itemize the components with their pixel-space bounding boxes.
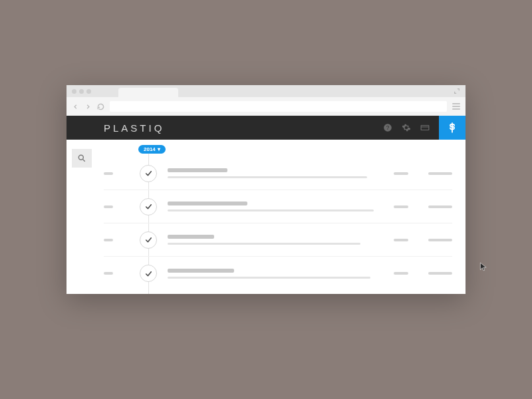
fullscreen-icon[interactable] [454,88,460,94]
window-controls[interactable] [72,89,91,94]
row-title-placeholder [168,235,214,239]
date-placeholder [104,172,113,175]
row-meta [394,239,452,241]
browser-window: PLASTIQ ? 2014 ▾ [66,85,466,294]
year-label: 2014 [144,146,156,152]
transaction-row[interactable] [104,257,452,290]
content-area: 2014 ▾ [66,140,466,294]
row-subtitle-placeholder [168,209,374,211]
row-amount-placeholder [394,172,408,175]
row-subtitle-placeholder [168,243,360,245]
address-bar[interactable] [110,101,447,112]
transaction-list [104,157,452,290]
row-meta [394,272,452,275]
row-subtitle-placeholder [168,277,370,279]
row-amount-placeholder [394,272,408,275]
cursor-icon [479,261,488,273]
svg-line-5 [83,160,85,162]
help-icon[interactable]: ? [383,123,392,132]
maximize-window-icon[interactable] [86,89,91,94]
row-body [168,201,394,211]
row-body [168,235,394,245]
date-placeholder [104,272,113,275]
date-placeholder [104,205,113,208]
row-amount-placeholder [394,239,408,241]
reload-icon[interactable] [97,103,104,110]
svg-text:?: ? [386,125,390,131]
pay-button[interactable] [439,116,466,140]
svg-rect-2 [421,126,429,130]
browser-menu-icon[interactable] [452,103,460,110]
row-meta [394,172,452,175]
browser-toolbar [66,97,466,116]
dollar-icon [446,122,458,134]
row-amount-placeholder [394,205,408,208]
browser-tab-strip [66,85,466,97]
forward-icon[interactable] [84,103,92,110]
status-check-icon [140,265,157,282]
app-header: PLASTIQ ? [66,116,466,140]
date-placeholder [104,239,113,241]
gear-icon[interactable] [402,123,411,132]
transaction-row[interactable] [104,223,452,257]
row-title-placeholder [168,168,227,172]
transaction-row[interactable] [104,190,452,223]
row-title-placeholder [168,269,234,273]
chevron-down-icon: ▾ [158,146,160,152]
row-body [168,269,394,279]
year-badge[interactable]: 2014 ▾ [138,145,166,154]
status-check-icon [140,165,157,182]
transaction-row[interactable] [104,157,452,190]
row-action-placeholder [428,272,452,275]
close-window-icon[interactable] [72,89,76,94]
card-icon[interactable] [420,123,430,132]
row-title-placeholder [168,201,247,205]
row-meta [394,205,452,208]
row-action-placeholder [428,172,452,175]
minimize-window-icon[interactable] [79,89,84,94]
browser-tab[interactable] [118,88,178,97]
search-icon [77,154,86,163]
status-check-icon [140,231,157,249]
brand-logo[interactable]: PLASTIQ [104,122,164,134]
status-check-icon [140,198,157,215]
search-button[interactable] [72,149,92,168]
row-body [168,168,394,178]
row-subtitle-placeholder [168,176,367,178]
row-action-placeholder [428,205,452,208]
svg-point-4 [78,155,83,160]
row-action-placeholder [428,239,452,241]
back-icon[interactable] [72,103,79,110]
